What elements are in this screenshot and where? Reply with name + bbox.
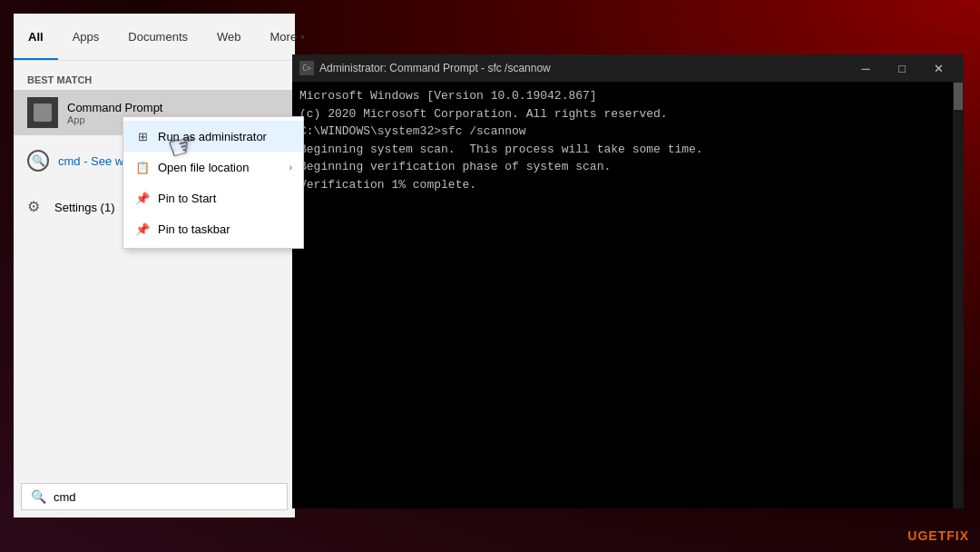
app-name: Command Prompt — [67, 101, 162, 114]
cmd-body: Microsoft Windows [Version 10.0.19042.86… — [292, 82, 964, 508]
context-item-label-2: Pin to Start — [158, 192, 216, 205]
open-file-icon: 📋 — [134, 159, 151, 175]
cmd-window: C> Administrator: Command Prompt - sfc /… — [292, 54, 964, 508]
tab-all[interactable]: All — [14, 14, 58, 60]
pin-start-icon: 📌 — [134, 190, 151, 206]
cmd-line-1: (c) 2020 Microsoft Corporation. All righ… — [299, 105, 956, 123]
start-menu-tabs: All Apps Documents Web More ▾ — [14, 14, 295, 61]
pin-taskbar-icon: 📌 — [134, 221, 151, 237]
submenu-arrow-icon: › — [289, 163, 292, 172]
cmd-line-0: Microsoft Windows [Version 10.0.19042.86… — [299, 87, 956, 105]
watermark-prefix: UGET — [907, 528, 946, 543]
cmd-titlebar: C> Administrator: Command Prompt - sfc /… — [292, 54, 964, 82]
cmd-controls: ─ □ ✕ — [848, 54, 956, 82]
cmd-line-8: Verification 1% complete. — [299, 176, 956, 194]
best-match-label: Best match — [14, 70, 295, 90]
context-pin-to-taskbar[interactable]: 📌 Pin to taskbar — [123, 213, 303, 244]
cmd-line-5: Beginning system scan. This process will… — [299, 141, 956, 159]
context-open-file-location[interactable]: 📋 Open file location › — [123, 152, 303, 182]
app-icon-inner — [34, 104, 52, 122]
cmd-scrollbar[interactable] — [953, 82, 964, 508]
context-run-as-admin[interactable]: ⊞ Run as administrator — [123, 121, 303, 152]
cmd-titlebar-text: Administrator: Command Prompt - sfc /sca… — [319, 62, 848, 74]
search-bar-icon: 🔍 — [31, 489, 46, 504]
watermark-suffix: FIX — [946, 528, 969, 543]
context-item-label-3: Pin to taskbar — [158, 222, 230, 236]
search-bar[interactable]: 🔍 cmd — [21, 483, 288, 510]
tab-web[interactable]: Web — [202, 14, 256, 60]
cmd-minimize-btn[interactable]: ─ — [848, 54, 884, 82]
cmd-close-btn[interactable]: ✕ — [920, 54, 956, 82]
tab-documents[interactable]: Documents — [113, 14, 202, 60]
start-menu: All Apps Documents Web More ▾ Best match… — [14, 14, 295, 518]
watermark: UGETFIX — [907, 528, 969, 543]
cmd-maximize-btn[interactable]: □ — [884, 54, 920, 82]
context-pin-to-start[interactable]: 📌 Pin to Start — [123, 182, 303, 213]
search-bar-value: cmd — [54, 490, 76, 504]
cmd-line-7: Beginning verification phase of system s… — [299, 158, 956, 176]
run-as-admin-icon: ⊞ — [134, 128, 151, 144]
tab-more[interactable]: More ▾ — [256, 14, 320, 60]
settings-text: Settings (1) — [54, 201, 114, 214]
cmd-line-3: C:\WINDOWS\system32>sfc /scannow — [299, 123, 956, 141]
gear-icon: ⚙ — [27, 198, 45, 216]
tab-apps[interactable]: Apps — [58, 14, 114, 60]
cmd-scrollbar-thumb — [954, 83, 963, 110]
app-icon — [27, 97, 58, 128]
search-web-icon: 🔍 — [27, 150, 49, 172]
context-menu: ⊞ Run as administrator 📋 Open file locat… — [122, 116, 304, 249]
cmd-titlebar-icon: C> — [299, 61, 314, 75]
